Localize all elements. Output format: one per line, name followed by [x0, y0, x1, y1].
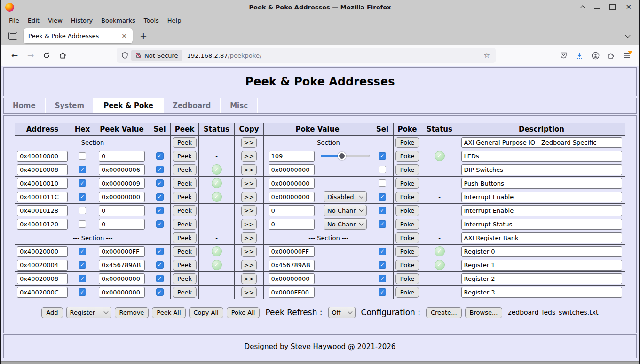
poke-option-select[interactable]: No Channel [324, 205, 367, 216]
description-input[interactable] [461, 219, 622, 230]
poke-value-input[interactable] [269, 246, 315, 257]
slider-thumb[interactable] [338, 152, 346, 160]
copy-button[interactable]: >> [241, 219, 257, 230]
copy-button[interactable]: >> [241, 192, 257, 202]
peek-sel-checkbox-checked[interactable]: ✓ [156, 166, 164, 173]
copy-button[interactable]: >> [241, 273, 257, 284]
poke-sel-checkbox-checked[interactable]: ✓ [379, 261, 386, 269]
peek-button[interactable]: Peek [173, 205, 197, 216]
peek-button[interactable]: Peek [173, 178, 197, 189]
account-icon[interactable] [592, 52, 600, 60]
browse-button[interactable]: Browse... [465, 307, 503, 318]
peek-button[interactable]: Peek [173, 164, 197, 175]
peek-refresh-select[interactable]: Off [328, 307, 356, 318]
peek-value-input[interactable] [99, 192, 145, 202]
tab-zedboard[interactable]: Zedboard [164, 98, 221, 113]
menu-help[interactable]: Help [163, 17, 186, 24]
address-input[interactable] [17, 246, 68, 257]
forward-button[interactable]: → [23, 51, 39, 60]
hex-checkbox-checked[interactable]: ✓ [79, 275, 86, 282]
poke-button[interactable]: Poke [395, 287, 419, 298]
browser-tab[interactable]: Peek & Poke Addresses × [24, 28, 133, 43]
peek-sel-checkbox-checked[interactable]: ✓ [156, 207, 164, 214]
peek-value-input[interactable] [99, 164, 145, 175]
peek-sel-checkbox-checked[interactable]: ✓ [156, 261, 164, 269]
copy-button[interactable]: >> [241, 178, 257, 189]
address-input[interactable] [17, 164, 68, 175]
poke-value-input[interactable] [269, 205, 315, 216]
poke-sel-checkbox-checked[interactable]: ✓ [379, 207, 386, 214]
description-input[interactable] [461, 260, 622, 271]
tab-misc[interactable]: Misc [221, 98, 258, 113]
menu-edit[interactable]: Edit [24, 17, 44, 24]
poke-value-input[interactable] [269, 287, 315, 298]
poke-value-input[interactable] [269, 260, 315, 271]
peek-value-input[interactable] [99, 246, 145, 257]
poke-sel-checkbox-checked[interactable]: ✓ [379, 288, 386, 296]
tab-home[interactable]: Home [4, 98, 46, 113]
poke-sel-checkbox-checked[interactable]: ✓ [379, 248, 386, 255]
poke-value-input[interactable] [269, 192, 315, 202]
url-bar[interactable]: Not Secure 192.168.2.87/peekpoke/ ☆ [117, 48, 496, 63]
copy-button[interactable]: >> [241, 151, 257, 162]
poke-sel-checkbox-checked[interactable]: ✓ [379, 152, 386, 160]
poke-value-input[interactable] [269, 273, 315, 284]
peek-button[interactable]: Peek [173, 287, 197, 298]
address-input[interactable] [17, 192, 68, 202]
menu-bookmarks[interactable]: Bookmarks [97, 17, 140, 24]
hex-checkbox-checked[interactable]: ✓ [79, 288, 86, 296]
description-input[interactable] [461, 137, 622, 148]
peek-button[interactable]: Peek [173, 192, 197, 202]
add-button[interactable]: Add [41, 307, 63, 318]
peek-button[interactable]: Peek [173, 219, 197, 230]
description-input[interactable] [461, 205, 622, 216]
peek-sel-checkbox-checked[interactable]: ✓ [156, 248, 164, 255]
hex-checkbox-checked[interactable]: ✓ [79, 193, 86, 201]
hex-checkbox-checked[interactable]: ✓ [79, 166, 86, 173]
poke-sel-checkbox-unchecked[interactable] [379, 179, 386, 187]
peek-button[interactable]: Peek [173, 246, 197, 257]
address-input[interactable] [17, 273, 68, 284]
menu-file[interactable]: File [5, 17, 24, 24]
description-input[interactable] [461, 246, 622, 257]
peek-sel-checkbox-checked[interactable]: ✓ [156, 220, 164, 228]
address-input[interactable] [17, 260, 68, 271]
app-menu-hamburger-icon[interactable] [623, 52, 631, 59]
downloads-icon[interactable] [576, 52, 584, 60]
firefox-view-icon[interactable] [8, 32, 17, 40]
extensions-puzzle-icon[interactable] [608, 52, 615, 59]
peek-value-input[interactable] [99, 205, 145, 216]
peek-sel-checkbox-checked[interactable]: ✓ [156, 179, 164, 187]
reload-button[interactable] [39, 52, 55, 59]
peek-sel-checkbox-checked[interactable]: ✓ [156, 275, 164, 282]
poke-button[interactable]: Poke [395, 260, 419, 271]
poke-option-select[interactable]: Disabled [324, 191, 367, 202]
poke-button[interactable]: Poke [395, 192, 419, 202]
poke-value-input[interactable] [269, 219, 315, 230]
peek-value-input[interactable] [99, 178, 145, 189]
peek-sel-checkbox-checked[interactable]: ✓ [156, 288, 164, 296]
pocket-icon[interactable] [560, 52, 568, 59]
poke-option-select[interactable]: No Channel [324, 218, 367, 230]
peek-value-input[interactable] [99, 219, 145, 230]
menu-history[interactable]: History [67, 17, 97, 24]
tab-system[interactable]: System [46, 98, 95, 113]
poke-sel-checkbox-checked[interactable]: ✓ [379, 220, 386, 228]
new-tab-button[interactable]: + [140, 31, 147, 41]
tab-peek-poke[interactable]: Peek & Poke [95, 98, 164, 113]
poke-button[interactable]: Poke [395, 205, 419, 216]
poke-button[interactable]: Poke [395, 219, 419, 230]
copy-button[interactable]: >> [241, 232, 257, 243]
description-input[interactable] [461, 287, 622, 298]
tracking-shield-icon[interactable] [121, 52, 128, 59]
description-input[interactable] [461, 164, 622, 175]
peek-value-input[interactable] [99, 273, 145, 284]
row-type-select[interactable]: Register [66, 307, 111, 318]
hex-checkbox-checked[interactable]: ✓ [79, 248, 86, 255]
hex-checkbox-checked[interactable]: ✓ [79, 261, 86, 269]
poke-button[interactable]: Poke [395, 232, 419, 243]
peek-sel-checkbox-checked[interactable]: ✓ [156, 152, 164, 160]
bookmark-star-icon[interactable]: ☆ [484, 51, 490, 60]
peek-button[interactable]: Peek [173, 151, 197, 162]
list-tabs-chevron-icon[interactable] [625, 32, 630, 38]
